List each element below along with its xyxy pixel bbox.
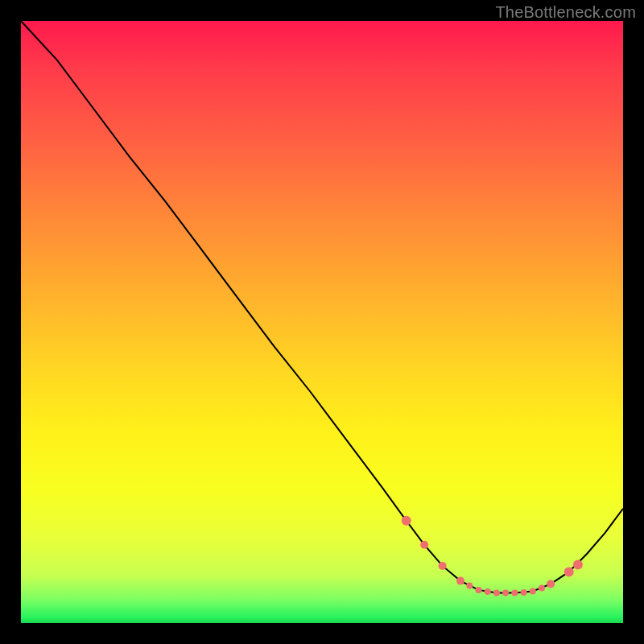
curve-marker bbox=[402, 516, 411, 526]
curve-marker bbox=[476, 587, 482, 593]
curve-marker bbox=[511, 590, 518, 597]
curve-marker bbox=[439, 562, 447, 570]
curve-marker bbox=[502, 590, 509, 597]
curve-marker bbox=[466, 583, 473, 589]
curve-marker bbox=[539, 585, 545, 592]
curve-marker bbox=[521, 589, 527, 596]
curve-marker bbox=[547, 580, 555, 588]
attribution-label: TheBottleneck.com bbox=[495, 3, 636, 22]
curve-marker bbox=[564, 567, 574, 576]
curve-svg bbox=[21, 21, 623, 623]
curve-marker bbox=[456, 577, 464, 585]
curve-marker bbox=[530, 588, 536, 594]
curve-markers bbox=[402, 516, 583, 597]
bottleneck-curve bbox=[21, 21, 623, 593]
curve-marker bbox=[493, 590, 500, 597]
chart-canvas: TheBottleneck.com bbox=[0, 0, 644, 644]
curve-marker bbox=[420, 541, 428, 549]
plot-area bbox=[21, 21, 623, 623]
curve-marker bbox=[485, 588, 491, 595]
curve-marker bbox=[573, 559, 583, 569]
